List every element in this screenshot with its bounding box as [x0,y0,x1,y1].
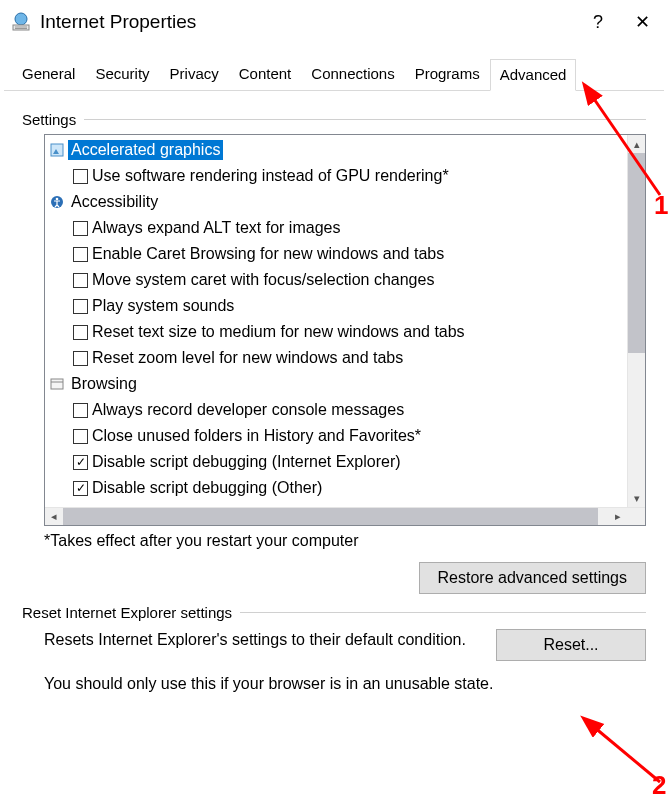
close-button[interactable]: ✕ [620,4,664,40]
group-divider [84,119,646,120]
tree-item-label: Always record developer console messages [92,401,404,419]
tree-item-label: Enable Caret Browsing for new windows an… [92,245,444,263]
tree-item[interactable]: Reset zoom level for new windows and tab… [45,345,627,371]
checkbox[interactable] [73,247,88,262]
checkbox[interactable]: ✓ [73,455,88,470]
scroll-track[interactable] [628,153,645,489]
tree-item[interactable]: Close unused folders in History and Favo… [45,423,627,449]
help-button[interactable]: ? [576,4,620,40]
internet-options-icon [10,11,32,33]
annotation-label-2: 2 [652,770,666,798]
tree-item-label: Use software rendering instead of GPU re… [92,167,449,185]
checkbox[interactable] [73,221,88,236]
tree-category-browsing[interactable]: Browsing [45,371,627,397]
accessibility-icon [49,194,65,210]
svg-line-11 [594,727,660,782]
tab-connections[interactable]: Connections [301,58,404,90]
tab-panel-advanced: Settings Accelerated graphics Use softwa… [0,91,668,713]
settings-group-label: Settings [22,111,84,128]
settings-group: Settings Accelerated graphics Use softwa… [22,111,646,594]
tree-item-label: Reset zoom level for new windows and tab… [92,349,403,367]
tree-item-label: Disable script debugging (Other) [92,479,322,497]
scroll-up-button[interactable]: ▴ [628,135,645,153]
tree-item[interactable]: ✓Disable script debugging (Other) [45,475,627,501]
tree-item[interactable]: Play system sounds [45,293,627,319]
tree-category-label: Browsing [68,374,140,394]
tab-strip: General Security Privacy Content Connect… [4,44,664,91]
browsing-icon [49,376,65,392]
tree-item[interactable]: Always expand ALT text for images [45,215,627,241]
tree-category-accessibility[interactable]: Accessibility [45,189,627,215]
tree-item[interactable]: Always record developer console messages [45,397,627,423]
tree-item[interactable]: Reset text size to medium for new window… [45,319,627,345]
tab-advanced[interactable]: Advanced [490,59,577,91]
tree-item-label: Close unused folders in History and Favo… [92,427,421,445]
tree-item[interactable]: Enable Caret Browsing for new windows an… [45,241,627,267]
tree-item[interactable]: Move system caret with focus/selection c… [45,267,627,293]
reset-group: Reset Internet Explorer settings Resets … [22,604,646,693]
reset-button[interactable]: Reset... [496,629,646,661]
checkbox[interactable] [73,403,88,418]
reset-description: Resets Internet Explorer's settings to t… [44,629,476,651]
tab-security[interactable]: Security [85,58,159,90]
vertical-scrollbar[interactable]: ▴ ▾ [627,135,645,507]
horizontal-scrollbar[interactable]: ◂ ▸ [45,507,645,525]
tab-privacy[interactable]: Privacy [160,58,229,90]
tab-general[interactable]: General [12,58,85,90]
svg-point-0 [15,13,27,25]
tab-programs[interactable]: Programs [405,58,490,90]
scroll-thumb[interactable] [628,153,645,353]
image-icon [49,142,65,158]
tree-item-label: Move system caret with focus/selection c… [92,271,434,289]
checkbox[interactable] [73,325,88,340]
scroll-thumb[interactable] [63,508,598,525]
scroll-corner [627,508,645,525]
svg-rect-8 [51,379,63,389]
tree-category-label: Accessibility [68,192,161,212]
title-bar: Internet Properties ? ✕ [0,0,668,44]
scroll-track[interactable] [63,508,609,525]
settings-tree: Accelerated graphics Use software render… [44,134,646,526]
checkbox[interactable] [73,351,88,366]
tree-category-label: Accelerated graphics [68,140,223,160]
checkbox[interactable]: ✓ [73,481,88,496]
tree-item-label: Play system sounds [92,297,234,315]
tree-category-accelerated-graphics[interactable]: Accelerated graphics [45,137,627,163]
restore-advanced-settings-button[interactable]: Restore advanced settings [419,562,646,594]
tree-item[interactable]: Use software rendering instead of GPU re… [45,163,627,189]
restart-note: *Takes effect after you restart your com… [44,532,646,550]
tree-item[interactable]: ✓Disable script debugging (Internet Expl… [45,449,627,475]
checkbox[interactable] [73,429,88,444]
scroll-left-button[interactable]: ◂ [45,508,63,525]
reset-disclaimer: You should only use this if your browser… [44,675,646,693]
checkbox[interactable] [73,273,88,288]
scroll-right-button[interactable]: ▸ [609,508,627,525]
tree-item-label: Reset text size to medium for new window… [92,323,465,341]
scroll-down-button[interactable]: ▾ [628,489,645,507]
svg-point-7 [56,198,59,201]
checkbox[interactable] [73,299,88,314]
tree-item-label: Disable script debugging (Internet Explo… [92,453,401,471]
window-title: Internet Properties [40,11,196,33]
group-divider [240,612,646,613]
svg-rect-4 [51,144,63,156]
tab-content[interactable]: Content [229,58,302,90]
checkbox[interactable] [73,169,88,184]
tree-item-label: Always expand ALT text for images [92,219,340,237]
reset-group-label: Reset Internet Explorer settings [22,604,240,621]
settings-tree-list[interactable]: Accelerated graphics Use software render… [45,135,627,507]
